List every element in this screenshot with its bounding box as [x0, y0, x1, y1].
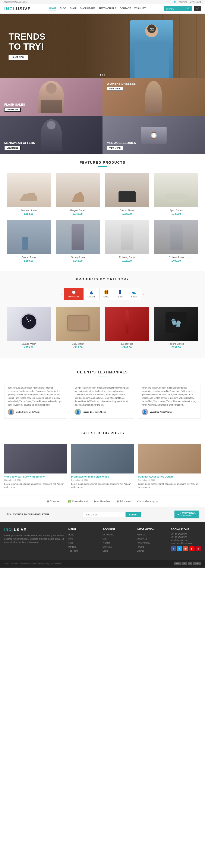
hero-dot-1[interactable] [100, 74, 101, 75]
cat-tab-shoes[interactable]: 👟 Shoes [127, 288, 141, 300]
product-price: £349.00 [56, 213, 100, 215]
cat-next-arrow[interactable]: › [141, 290, 146, 298]
product-watch[interactable]: Casual Watch £459.00 [4, 305, 53, 351]
topbar-icon: 🌐 [174, 1, 176, 3]
search-input[interactable] [166, 7, 187, 10]
product-img [56, 220, 100, 254]
twitter-icon[interactable]: t [177, 546, 182, 551]
footer-menu-title: Menu [68, 528, 98, 531]
nav-home[interactable]: HOME [49, 7, 56, 10]
mens-acc-btn[interactable]: VIEW MORE [107, 146, 123, 150]
newsletter-section: ☑ SUBSCRIBE TO OUR NEWSLETTER SUBMIT ✉ L… [0, 507, 205, 522]
footer-info-item-1[interactable]: Contact Us [137, 537, 147, 540]
footer-menu-item-portfolio[interactable]: Portfolio [68, 546, 76, 548]
cat-tab-gifted-label: Gifted [103, 296, 109, 298]
product-casual-jeans[interactable]: Casual Jeans £359.00 [4, 218, 53, 265]
hero-dot-3[interactable] [104, 74, 105, 75]
menswear-btn[interactable]: VIEW MORE [4, 146, 21, 150]
product-fashion-jeans[interactable]: Fashion Jeans £499.00 [152, 218, 201, 265]
cat-tab-jeans-label: Jeans [117, 296, 123, 298]
footer-account-item-1[interactable]: Cart [103, 537, 107, 540]
payment-icons: VISA MC PP AMEX [174, 562, 201, 565]
youtube-icon[interactable]: ▶ [189, 546, 195, 551]
hero-line1: TRENDS [8, 32, 46, 41]
footer-menu-item-blog[interactable]: Blog [68, 537, 73, 540]
product-img [7, 220, 51, 254]
flash-sales-banner[interactable]: FLASH SALES VIEW MORE [0, 78, 103, 116]
googleplus-icon[interactable]: g+ [183, 546, 188, 551]
mens-acc-banner[interactable]: ⌚ MEN ACCESSORIES VIEW MORE [103, 116, 205, 154]
nav-wishlist[interactable]: WISHLIST [134, 7, 146, 10]
product-price: £154.00 [7, 213, 51, 215]
footer-account-item-0[interactable]: My Account [103, 533, 113, 536]
product-name: Relaxing Jeans [105, 256, 149, 258]
blog-post-1[interactable]: Ways To Wear: Surviving Summer! November… [4, 444, 67, 489]
product-summer-shoes[interactable]: Summer Shoes £154.00 [4, 171, 53, 218]
footer-menu-item-team[interactable]: The Team [68, 550, 78, 552]
cat-prev-arrow[interactable]: ‹ [59, 290, 64, 298]
footer-account-item-2[interactable]: Wishlist [103, 541, 110, 544]
nav-contact[interactable]: CONTACT [120, 7, 131, 10]
product-relaxing-jeans[interactable]: Relaxing Jeans £229.00 [103, 218, 152, 265]
search-box[interactable]: 🔍 [164, 6, 192, 11]
wishlist-link[interactable]: Wishlist [179, 1, 187, 3]
product-name: Daily Wallet [56, 343, 100, 345]
womens-banner[interactable]: WOMENS DRESSES VIEW MORE [103, 78, 205, 116]
footer-social-title: Social Icons [171, 528, 201, 531]
latest-news-button[interactable]: ✉ LATEST NEWS at your door [175, 510, 199, 519]
product-gloves[interactable]: 🧤 Fedora Gloves £199.00 [152, 305, 201, 351]
flash-sales-btn[interactable]: VIEW MORE [4, 107, 21, 112]
product-tie[interactable]: Elegant Tie £283.00 [103, 305, 152, 351]
product-spring-jeans[interactable]: Spring Jeans £348.00 [53, 218, 103, 265]
blog-post-3[interactable]: Summer Accessories Update November 18, 2… [138, 444, 201, 489]
nav-shoppages[interactable]: SHOP PAGES [80, 7, 96, 10]
partner-icon: ◼ [117, 500, 119, 503]
pinterest-icon[interactable]: p [196, 546, 201, 551]
gifted-icon: 🎁 [104, 290, 109, 294]
cart-button[interactable]: 🛒 [194, 6, 201, 11]
main-nav: HOME BLOG SHOP SHOP PAGES TESTIMONIALS C… [49, 7, 146, 10]
product-img [105, 173, 149, 207]
header-right: 🔍 🛒 [164, 6, 201, 11]
blog-post-2[interactable]: From fashion to my style of life Novembe… [71, 444, 134, 489]
category-banners: FLASH SALES VIEW MORE MENSWEAR OFFERS VI… [0, 78, 205, 154]
blog-2-excerpt: Lorem ipsum dolor sit amet, consectetur … [71, 483, 134, 489]
newsletter-input[interactable] [83, 512, 126, 517]
product-name: Fedora Gloves [154, 343, 198, 345]
footer-info-item-4[interactable]: Sitemap [137, 550, 145, 552]
my-account-link[interactable]: My Account [189, 1, 201, 3]
newsletter-submit[interactable]: SUBMIT [126, 512, 142, 517]
cat-tab-gifted[interactable]: 🎁 Gifted [99, 288, 113, 300]
facebook-icon[interactable]: f [171, 546, 176, 551]
footer-info-list: About Us Contact Us Privacy Policy Retur… [137, 533, 166, 552]
featured-products-grid: Summer Shoes £154.00 Elegant Shoes £349.… [0, 171, 205, 271]
product-sport-shoes[interactable]: Sport Shoes £349.00 [152, 171, 201, 218]
cat-tab-jeans[interactable]: 👖 Jeans [113, 288, 127, 300]
testimonial-3-author: 👤 Louis Doe, ModelTheme [142, 409, 197, 415]
product-wallet-img [56, 307, 100, 341]
cat-tab-dresses[interactable]: 👗 Dresses [83, 288, 100, 300]
latest-news-sub: at your door [180, 515, 196, 517]
hero-dot-2[interactable] [102, 74, 103, 75]
product-elegant-shoes[interactable]: Elegant Shoes £349.00 [53, 171, 103, 218]
shop-now-button[interactable]: SHOP NOW [8, 55, 28, 60]
product-casual-shoes[interactable]: Casual Shoes £229.00 [103, 171, 152, 218]
footer-account-item-3[interactable]: Checkout [103, 546, 111, 548]
hero-person: 📷 [120, 14, 184, 78]
newsletter-label: ☑ SUBSCRIBE TO OUR NEWSLETTER [6, 513, 50, 516]
product-wallet[interactable]: Daily Wallet £229.00 [53, 305, 103, 351]
logo[interactable]: INCLUSIVE [4, 6, 31, 11]
footer-info-item-2[interactable]: Privacy Policy [137, 541, 150, 544]
womens-btn[interactable]: VIEW MORE [107, 87, 123, 91]
nav-testimonials[interactable]: TESTIMONIALS [99, 7, 116, 10]
nav-blog[interactable]: BLOG [60, 7, 67, 10]
nav-shop[interactable]: SHOP [70, 7, 77, 10]
footer-account-item-4[interactable]: Login [103, 550, 108, 552]
footer-info-item-3[interactable]: Returns [137, 546, 144, 548]
menswear-banner[interactable]: MENSWEAR OFFERS VIEW MORE [0, 116, 103, 154]
cat-tab-accessories[interactable]: ⌚ Accessories [64, 288, 83, 300]
product-img [105, 220, 149, 254]
footer-info-item-0[interactable]: About Us [137, 533, 146, 536]
footer-menu-item-shop[interactable]: Shop [68, 541, 73, 544]
footer-menu-item-home[interactable]: Home [68, 533, 74, 536]
